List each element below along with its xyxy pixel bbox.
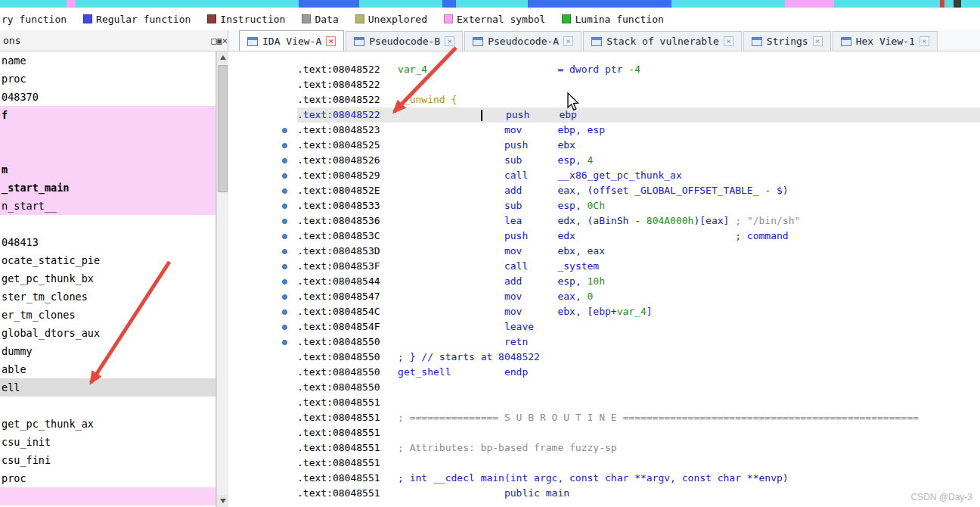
- line-text[interactable]: .text:08048551 public main: [297, 486, 980, 501]
- disasm-line-text-08048550[interactable]: .text:08048550 get_shell endp: [228, 365, 980, 380]
- function-list-item-proc[interactable]: proc: [0, 469, 216, 487]
- disasm-line-text-0804853c[interactable]: .text:0804853C push edx ; command: [228, 229, 980, 244]
- line-text[interactable]: .text:08048522 __unwind {: [297, 92, 980, 107]
- line-text[interactable]: .text:0804854F leave: [297, 319, 980, 334]
- function-list-item-048413[interactable]: 048413: [0, 233, 216, 251]
- line-text[interactable]: .text:0804852E add eax, (offset _GLOBAL_…: [297, 183, 980, 198]
- disasm-line-text-08048522[interactable]: .text:08048522: [228, 77, 980, 92]
- tab-close-icon[interactable]: ×: [445, 36, 454, 46]
- disasm-line-text-08048551[interactable]: .text:08048551: [228, 456, 980, 471]
- line-text[interactable]: .text:08048550: [297, 380, 980, 395]
- disasm-line-text-08048523[interactable]: .text:08048523 mov ebp, esp: [228, 123, 980, 138]
- disasm-line-text-08048550[interactable]: .text:08048550 retn: [228, 334, 980, 350]
- line-text[interactable]: .text:08048529 call __x86_get_pc_thunk_a…: [297, 168, 980, 183]
- tab-stack-of-vulnerable[interactable]: Stack of vulnerable×: [583, 31, 742, 51]
- line-text[interactable]: .text:08048550 ; } // starts at 8048522: [297, 350, 980, 365]
- line-text[interactable]: .text:08048522: [297, 77, 980, 92]
- line-text[interactable]: .text:08048526 sub esp, 4: [297, 153, 980, 168]
- line-text[interactable]: .text:08048550 retn: [297, 334, 980, 350]
- function-list-item-ell[interactable]: ell: [0, 378, 216, 397]
- close-button[interactable]: ×: [222, 36, 228, 46]
- line-text[interactable]: .text:08048536 lea edx, (aBinSh - 804A00…: [297, 213, 980, 229]
- function-list-item-f[interactable]: f: [0, 106, 216, 124]
- disasm-line-text-08048522[interactable]: .text:08048522 var_4 = dword ptr -4: [228, 62, 980, 77]
- disasm-line-text-0804854c[interactable]: .text:0804854C mov ebx, [ebp+var_4]: [228, 304, 980, 319]
- function-list-item-csu-init[interactable]: csu_init: [0, 433, 216, 451]
- disasm-line-text-0804854f[interactable]: .text:0804854F leave: [228, 319, 980, 334]
- function-list-item-er-tm-clones[interactable]: er_tm_clones: [0, 306, 216, 324]
- disasm-line-text-08048551[interactable]: .text:08048551 ; Attributes: bp-based fr…: [228, 440, 980, 456]
- disasm-line-text-08048525[interactable]: .text:08048525 push ebx: [228, 138, 980, 153]
- line-text[interactable]: .text:0804853D mov ebx, eax: [297, 244, 980, 259]
- disasm-line-text-08048547[interactable]: .text:08048547 mov eax, 0: [228, 289, 980, 304]
- scrollbar-thumb[interactable]: [218, 65, 228, 192]
- code-token: ; command: [735, 230, 788, 241]
- line-text[interactable]: .text:08048551: [297, 395, 980, 410]
- disasm-line-text-08048522[interactable]: .text:08048522 push ebp: [228, 107, 980, 123]
- line-text[interactable]: .text:08048522 push ebp: [297, 107, 980, 123]
- line-text[interactable]: .text:08048544 add esp, 10h: [297, 274, 980, 289]
- line-text[interactable]: .text:08048533 sub esp, 0Ch: [297, 198, 980, 213]
- line-text[interactable]: .text:08048551: [297, 456, 980, 471]
- disasm-line-text-08048551[interactable]: .text:08048551 public main: [228, 486, 980, 501]
- disasm-line-text-08048529[interactable]: .text:08048529 call __x86_get_pc_thunk_a…: [228, 168, 980, 183]
- tab-ida-view-a[interactable]: IDA View-A×: [239, 30, 344, 51]
- tab-close-icon[interactable]: ×: [326, 36, 336, 46]
- navigation-band[interactable]: [0, 0, 980, 8]
- function-list-item-proc[interactable]: proc: [0, 70, 216, 88]
- function-list-item-get-pc-thunk-bx[interactable]: get_pc_thunk_bx: [0, 269, 216, 288]
- line-text[interactable]: .text:08048551 ; int __cdecl main(int ar…: [297, 471, 980, 486]
- line-text[interactable]: .text:08048523 mov ebp, esp: [297, 123, 980, 138]
- tab-hex-view-1[interactable]: Hex View-1×: [833, 31, 938, 51]
- function-list-item-ster-tm-clones[interactable]: ster_tm_clones: [0, 288, 216, 306]
- tab-pseudocode-b[interactable]: Pseudocode-B×: [346, 31, 463, 51]
- function-list-item-get-pc-thunk-ax[interactable]: get_pc_thunk_ax: [0, 415, 216, 433]
- line-text[interactable]: .text:08048547 mov eax, 0: [297, 289, 980, 304]
- line-text[interactable]: .text:08048525 push ebx: [297, 138, 980, 153]
- scroll-down-arrow-icon[interactable]: [217, 495, 229, 507]
- watermark: CSDN @Day-3: [910, 492, 972, 502]
- tab-strings[interactable]: Strings×: [743, 31, 831, 51]
- function-list-item-048370[interactable]: 048370: [0, 88, 216, 106]
- float-button[interactable]: ▣: [217, 36, 222, 46]
- tab-close-icon[interactable]: ×: [724, 36, 733, 46]
- disasm-line-text-08048550[interactable]: .text:08048550: [228, 380, 980, 395]
- function-list-item-m[interactable]: m: [0, 160, 216, 179]
- scroll-up-arrow-icon[interactable]: [217, 51, 229, 64]
- disasm-line-text-08048551[interactable]: .text:08048551: [228, 425, 980, 440]
- line-text[interactable]: .text:08048551 ; =============== S U B R…: [297, 410, 980, 425]
- line-text[interactable]: .text:0804853F call _system: [297, 259, 980, 274]
- line-text[interactable]: .text:08048522 var_4 = dword ptr -4: [297, 62, 980, 77]
- disasm-line-text-08048526[interactable]: .text:08048526 sub esp, 4: [228, 153, 980, 168]
- function-list-item-able[interactable]: able: [0, 360, 216, 378]
- disasm-line-text-0804852e[interactable]: .text:0804852E add eax, (offset _GLOBAL_…: [228, 183, 980, 198]
- function-list-item-dummy[interactable]: dummy: [0, 342, 216, 360]
- disasm-line-text-08048533[interactable]: .text:08048533 sub esp, 0Ch: [228, 198, 980, 213]
- disasm-line-text-0804853f[interactable]: .text:0804853F call _system: [228, 259, 980, 274]
- disasm-line-text-08048551[interactable]: .text:08048551: [228, 395, 980, 410]
- disasm-line-text-08048551[interactable]: .text:08048551 ; int __cdecl main(int ar…: [228, 471, 980, 486]
- function-list-item-global-dtors-aux[interactable]: global_dtors_aux: [0, 324, 216, 342]
- function-list-item-n-start[interactable]: n_start__: [0, 197, 216, 215]
- disasm-line-text-08048551[interactable]: .text:08048551 ; =============== S U B R…: [228, 410, 980, 425]
- line-text[interactable]: .text:08048550 get_shell endp: [297, 365, 980, 380]
- tab-close-icon[interactable]: ×: [813, 36, 823, 46]
- line-text[interactable]: .text:0804853C push edx ; command: [297, 229, 980, 244]
- tab-close-icon[interactable]: ×: [563, 36, 573, 46]
- function-list-item-ocate-static-pie[interactable]: ocate_static_pie: [0, 251, 216, 269]
- disasm-line-text-0804853d[interactable]: .text:0804853D mov ebx, eax: [228, 244, 980, 259]
- line-text[interactable]: .text:0804854C mov ebx, [ebp+var_4]: [297, 304, 980, 319]
- line-text[interactable]: .text:08048551: [297, 425, 980, 440]
- restore-button[interactable]: □: [211, 36, 216, 46]
- disasm-line-text-08048536[interactable]: .text:08048536 lea edx, (aBinSh - 804A00…: [228, 213, 980, 229]
- disasm-line-text-08048544[interactable]: .text:08048544 add esp, 10h: [228, 274, 980, 289]
- disasm-line-text-08048522[interactable]: .text:08048522 __unwind {: [228, 92, 980, 107]
- tab-close-icon[interactable]: ×: [920, 36, 929, 46]
- function-list-item-start-main[interactable]: _start_main: [0, 179, 216, 197]
- function-list-item-csu-fini[interactable]: csu_fini: [0, 451, 216, 469]
- disasm-line-text-08048550[interactable]: .text:08048550 ; } // starts at 8048522: [228, 350, 980, 365]
- line-text[interactable]: .text:08048551 ; Attributes: bp-based fr…: [297, 440, 980, 456]
- function-list-item-name[interactable]: name: [0, 51, 216, 70]
- disasm-lines[interactable]: .text:08048522 var_4 = dword ptr -4.text…: [228, 51, 980, 507]
- tab-pseudocode-a[interactable]: Pseudocode-A×: [464, 31, 581, 51]
